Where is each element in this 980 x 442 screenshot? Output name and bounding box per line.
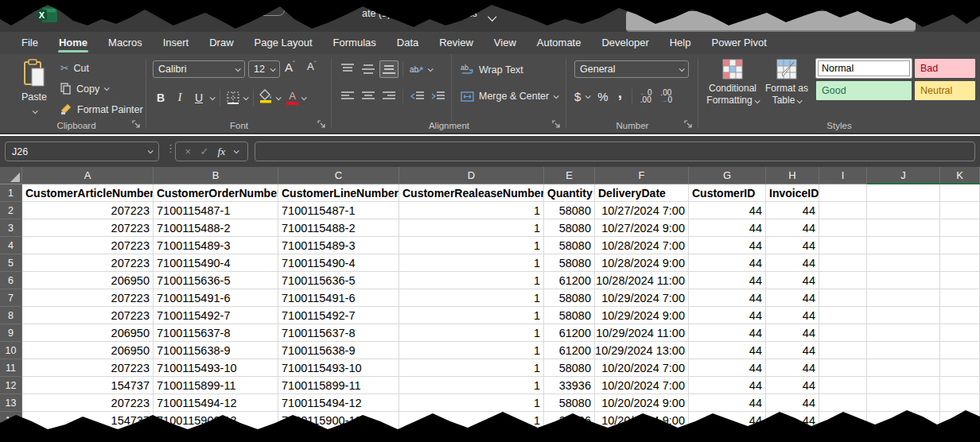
cell[interactable]: [819, 359, 867, 377]
fill-color-button[interactable]: [259, 89, 273, 107]
cell[interactable]: 1: [399, 254, 544, 272]
cell[interactable]: 7100115493-10: [154, 359, 278, 377]
cell[interactable]: 7100115638-9: [278, 342, 399, 359]
cell[interactable]: 33936: [544, 412, 595, 429]
column-header-C[interactable]: C: [278, 167, 399, 184]
formula-input[interactable]: [255, 142, 975, 161]
cell[interactable]: 7100115488-2: [278, 219, 399, 237]
cell[interactable]: 7100115899-11: [154, 377, 278, 394]
style-tile-bad[interactable]: Bad: [915, 59, 975, 78]
row-header-9[interactable]: 9: [0, 324, 22, 342]
cell[interactable]: 1: [399, 272, 544, 289]
cell[interactable]: [940, 359, 980, 377]
cell[interactable]: 7100115493-10: [278, 359, 399, 377]
clipboard-dialog-launcher-icon[interactable]: [132, 120, 142, 130]
cell[interactable]: [867, 202, 940, 219]
cell[interactable]: 7100115638-9: [154, 342, 278, 359]
cell[interactable]: 7100115487-1: [154, 202, 278, 219]
decrease-decimal-icon[interactable]: .00→0: [660, 89, 673, 103]
percent-style-icon[interactable]: %: [597, 90, 608, 103]
cell[interactable]: [867, 272, 940, 289]
cell[interactable]: 206950: [22, 342, 154, 359]
tab-home[interactable]: Home: [49, 33, 98, 53]
column-header-F[interactable]: F: [595, 167, 689, 184]
wrap-text-button[interactable]: ab Wrap Text: [461, 64, 523, 76]
cell[interactable]: 10/27/2024 9:00: [595, 219, 689, 237]
cell[interactable]: 10/27/2024 7:00: [595, 202, 689, 219]
format-painter-button[interactable]: Format Painter: [60, 103, 143, 115]
borders-chevron-icon[interactable]: [243, 95, 249, 100]
cell[interactable]: 206950: [22, 272, 154, 289]
cell[interactable]: 207223: [22, 237, 154, 254]
cell[interactable]: 7100115900-13: [154, 412, 278, 429]
cell[interactable]: 154737: [22, 412, 154, 429]
insert-function-icon[interactable]: fx: [217, 145, 225, 158]
row-header-1[interactable]: 1: [0, 184, 22, 202]
tab-insert[interactable]: Insert: [153, 33, 200, 53]
cell[interactable]: 44: [689, 359, 766, 377]
font-color-button[interactable]: A: [286, 91, 298, 105]
underline-chevron-icon[interactable]: [210, 95, 216, 100]
cell[interactable]: DeliveryDate: [595, 184, 689, 202]
column-header-J[interactable]: J: [867, 167, 940, 184]
tab-formulas[interactable]: Formulas: [323, 33, 387, 53]
column-header-G[interactable]: G: [689, 167, 766, 184]
cell[interactable]: [819, 272, 867, 289]
cell[interactable]: 7100115491-6: [278, 289, 399, 307]
cell[interactable]: [940, 377, 980, 394]
column-header-H[interactable]: H: [766, 167, 819, 184]
cell[interactable]: [940, 254, 980, 272]
cell[interactable]: 44: [689, 377, 766, 394]
cell[interactable]: [867, 324, 940, 342]
accounting-format-icon[interactable]: $: [574, 90, 581, 103]
style-tile-normal[interactable]: Normal: [816, 59, 912, 78]
cell[interactable]: Quantity: [544, 184, 595, 202]
row-header-12[interactable]: 12: [0, 377, 22, 394]
cell[interactable]: [940, 272, 980, 289]
cell[interactable]: 1: [399, 202, 544, 219]
cell[interactable]: 33936: [544, 377, 595, 394]
cell[interactable]: 58080: [544, 359, 595, 377]
cell[interactable]: [940, 219, 980, 237]
cell[interactable]: 44: [689, 254, 766, 272]
cell[interactable]: 1: [399, 359, 544, 377]
align-middle-icon[interactable]: [359, 60, 378, 78]
cell[interactable]: [940, 412, 980, 429]
cell[interactable]: [819, 324, 867, 342]
cell[interactable]: 58080: [544, 237, 595, 254]
cell[interactable]: InvoiceID: [766, 184, 819, 202]
style-tile-good[interactable]: Good: [816, 81, 912, 100]
row-header-13[interactable]: 13: [0, 394, 22, 412]
copy-button[interactable]: Copy: [60, 83, 108, 95]
cell[interactable]: 1: [399, 412, 544, 429]
cell[interactable]: [867, 342, 940, 359]
cell[interactable]: 58080: [544, 219, 595, 237]
row-header-6[interactable]: 6: [0, 272, 22, 289]
cut-button[interactable]: ✂ Cut: [60, 62, 89, 74]
cell[interactable]: [819, 202, 867, 219]
cell[interactable]: 7100115490-4: [278, 254, 399, 272]
cell[interactable]: [819, 377, 867, 394]
cell[interactable]: 10/29/2024 13:00: [595, 342, 689, 359]
paste-button[interactable]: Paste: [16, 59, 52, 121]
alignment-dialog-launcher-icon[interactable]: [552, 120, 562, 130]
enter-icon[interactable]: ✓: [200, 145, 208, 157]
font-color-chevron-icon[interactable]: [301, 95, 307, 100]
tab-developer[interactable]: Developer: [591, 33, 659, 53]
cell[interactable]: [867, 289, 940, 307]
cell[interactable]: 7100115489-3: [278, 237, 399, 254]
cell[interactable]: CustomerOrderNumber: [154, 184, 278, 202]
cell[interactable]: 44: [689, 289, 766, 307]
row-header-3[interactable]: 3: [0, 219, 22, 237]
row-header-14[interactable]: 14: [0, 412, 22, 429]
row-header-10[interactable]: 10: [0, 342, 22, 359]
cell[interactable]: 44: [766, 307, 819, 324]
cell[interactable]: 206950: [22, 324, 154, 342]
search-box-fragment[interactable]: [626, 11, 916, 32]
cell[interactable]: [940, 342, 980, 359]
cell[interactable]: [867, 254, 940, 272]
tab-data[interactable]: Data: [387, 33, 429, 53]
cell[interactable]: 58080: [544, 289, 595, 307]
cell[interactable]: 207223: [22, 254, 154, 272]
cell[interactable]: [940, 289, 980, 307]
